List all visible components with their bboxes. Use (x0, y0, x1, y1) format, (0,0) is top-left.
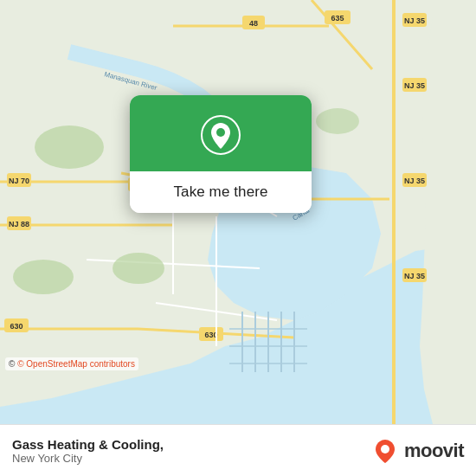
map-attribution: © © OpenStreetMap contributors (5, 357, 138, 370)
map-container: NJ 35 NJ 35 NJ 35 NJ 35 NJ 70 NJ 88 48 6… (0, 0, 476, 424)
svg-text:48: 48 (249, 19, 258, 28)
svg-text:635: 635 (331, 14, 344, 23)
place-info: Gass Heating & Cooling, New York City (12, 437, 164, 465)
moovit-logo-icon (371, 437, 399, 465)
place-city: New York City (12, 452, 164, 465)
svg-text:NJ 35: NJ 35 (404, 177, 425, 185)
svg-text:NJ 35: NJ 35 (404, 81, 425, 90)
popup-card: Take me there (130, 95, 312, 213)
svg-point-53 (13, 260, 74, 294)
moovit-logo[interactable]: moovit (371, 437, 464, 465)
svg-text:NJ 70: NJ 70 (9, 177, 29, 185)
place-name: Gass Heating & Cooling, (12, 437, 164, 452)
take-me-there-button[interactable]: Take me there (130, 171, 312, 213)
attribution-symbol: © (9, 359, 15, 369)
svg-point-57 (216, 128, 225, 137)
svg-text:NJ 35: NJ 35 (404, 16, 425, 25)
svg-point-55 (316, 108, 359, 134)
svg-text:NJ 35: NJ 35 (404, 272, 425, 280)
svg-text:NJ 88: NJ 88 (9, 220, 29, 228)
svg-point-59 (381, 445, 389, 453)
location-pin-icon (200, 114, 241, 156)
svg-text:630: 630 (10, 322, 23, 331)
bottom-bar: Gass Heating & Cooling, New York City mo… (0, 424, 476, 476)
moovit-text: moovit (404, 440, 464, 462)
svg-point-52 (35, 125, 104, 169)
svg-point-54 (113, 253, 164, 284)
popup-header (130, 95, 312, 171)
osm-link[interactable]: © OpenStreetMap contributors (17, 359, 135, 369)
